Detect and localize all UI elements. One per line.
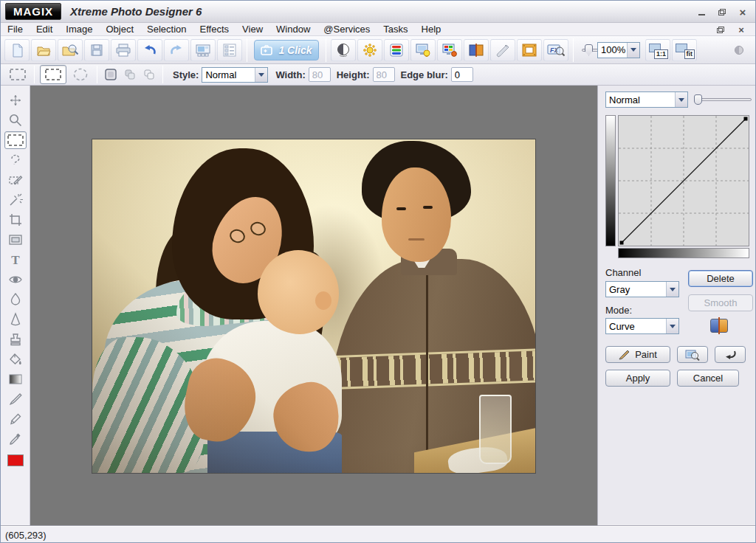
zoom-slider-thumb[interactable] bbox=[585, 44, 593, 56]
red-eye-tool-button[interactable] bbox=[4, 271, 27, 288]
curve-editor[interactable] bbox=[618, 115, 749, 246]
zoom-level-select[interactable]: 100% bbox=[597, 42, 640, 58]
opacity-slider-track bbox=[694, 98, 752, 101]
edge-blur-input[interactable] bbox=[451, 67, 473, 82]
menu-object[interactable]: Object bbox=[100, 24, 141, 35]
blur-tool-button[interactable] bbox=[4, 291, 27, 308]
input-gradient-bar bbox=[618, 248, 749, 258]
chevron-down-icon bbox=[666, 319, 678, 333]
new-selection-button[interactable] bbox=[103, 66, 119, 83]
fill-tool-button[interactable] bbox=[4, 350, 27, 368]
blend-mode-select[interactable]: Normal bbox=[605, 91, 688, 108]
magic-wand-tool-button[interactable] bbox=[4, 191, 27, 209]
document-restore-button[interactable] bbox=[714, 24, 727, 35]
menu-bar: File Edit Image Object Selection Effects… bbox=[1, 23, 755, 36]
subtract-selection-button[interactable] bbox=[141, 66, 157, 83]
selection-options-bar: Style: Normal Width: Height: Edge blur: bbox=[1, 64, 755, 86]
compare-preview-icon[interactable] bbox=[710, 319, 728, 333]
redo-button[interactable] bbox=[164, 39, 189, 61]
close-button[interactable]: × bbox=[736, 6, 749, 18]
effects-browser-button[interactable]: FX bbox=[543, 39, 568, 61]
main-toolbar: 1 Click FX bbox=[1, 36, 755, 64]
clone-stamp-tool-button[interactable] bbox=[4, 331, 27, 348]
selection-frame-button[interactable] bbox=[7, 66, 29, 83]
gradient-tool-button[interactable] bbox=[4, 370, 27, 388]
undo-arrow-icon bbox=[724, 350, 737, 360]
compare-view-button[interactable] bbox=[464, 39, 489, 61]
print-button[interactable] bbox=[111, 39, 136, 61]
channel-select[interactable]: Gray bbox=[605, 281, 679, 297]
sharpen-tool-button[interactable] bbox=[4, 311, 27, 328]
curve-point-low[interactable] bbox=[620, 241, 624, 245]
browse-button[interactable] bbox=[58, 39, 83, 61]
document-close-button[interactable]: × bbox=[735, 24, 748, 35]
frame-tool-button[interactable] bbox=[4, 231, 27, 249]
minimize-button[interactable] bbox=[695, 6, 708, 18]
restore-button[interactable] bbox=[715, 6, 729, 18]
edit-selection-tool-button[interactable] bbox=[4, 171, 27, 189]
zoom-tool-button[interactable] bbox=[4, 111, 27, 129]
auto-contrast-button[interactable] bbox=[331, 39, 356, 61]
paint-brush-icon bbox=[619, 350, 630, 360]
menu-image[interactable]: Image bbox=[59, 24, 99, 35]
auto-color-levels-button[interactable] bbox=[384, 39, 409, 61]
properties-list-button[interactable] bbox=[217, 39, 242, 61]
smooth-button[interactable]: Smooth bbox=[688, 294, 753, 311]
zoom-1to1-button[interactable]: 1:1 bbox=[645, 39, 670, 61]
height-input[interactable] bbox=[373, 67, 395, 82]
one-click-button[interactable]: 1 Click bbox=[254, 40, 319, 60]
paint-button[interactable]: Paint bbox=[605, 346, 670, 363]
screen-color-button[interactable] bbox=[437, 39, 462, 61]
menu-services[interactable]: @Services bbox=[317, 24, 377, 35]
add-selection-button[interactable] bbox=[122, 66, 138, 83]
undo-button[interactable] bbox=[137, 39, 162, 61]
connect-button[interactable] bbox=[726, 39, 752, 61]
delete-button[interactable]: Delete bbox=[688, 270, 753, 287]
menu-file[interactable]: File bbox=[1, 24, 30, 35]
curve-point-high[interactable] bbox=[744, 117, 748, 121]
menu-window[interactable]: Window bbox=[269, 24, 317, 35]
rectangle-selection-icon bbox=[45, 69, 61, 80]
move-tool-button[interactable] bbox=[4, 91, 27, 109]
menu-effects[interactable]: Effects bbox=[193, 24, 236, 35]
open-button[interactable] bbox=[31, 39, 56, 61]
opacity-slider-thumb[interactable] bbox=[694, 94, 702, 105]
eyedropper-tool-button[interactable] bbox=[4, 430, 27, 448]
text-tool-button[interactable]: T bbox=[4, 251, 27, 269]
output-gradient-bar bbox=[605, 115, 616, 246]
width-input[interactable] bbox=[309, 67, 331, 82]
preview-button[interactable] bbox=[677, 346, 708, 363]
pencil-tool-button[interactable] bbox=[4, 410, 27, 428]
photo-document[interactable] bbox=[92, 139, 535, 473]
frame-button[interactable] bbox=[517, 39, 542, 61]
mode-select[interactable]: Curve bbox=[605, 318, 679, 334]
blend-mode-value: Normal bbox=[606, 94, 675, 106]
menu-help[interactable]: Help bbox=[415, 24, 448, 35]
zoom-fit-button[interactable]: fit bbox=[672, 39, 697, 61]
retouch-brush-button[interactable] bbox=[490, 39, 515, 61]
reset-curve-button[interactable] bbox=[715, 346, 746, 363]
zoom-slider[interactable] bbox=[582, 44, 593, 56]
cancel-button[interactable]: Cancel bbox=[677, 370, 739, 387]
ellipse-selection-button[interactable] bbox=[69, 66, 92, 83]
image-canvas[interactable] bbox=[30, 86, 597, 526]
screen-gamma-button[interactable] bbox=[410, 39, 436, 61]
opacity-slider[interactable] bbox=[694, 94, 702, 105]
style-select[interactable]: Normal bbox=[202, 67, 268, 83]
menu-tasks[interactable]: Tasks bbox=[377, 24, 414, 35]
menu-edit[interactable]: Edit bbox=[30, 24, 59, 35]
menu-view[interactable]: View bbox=[236, 24, 269, 35]
lasso-tool-button[interactable] bbox=[4, 151, 27, 169]
apply-button[interactable]: Apply bbox=[605, 370, 670, 387]
rectangle-selection-button[interactable] bbox=[40, 65, 66, 84]
open-folder-icon bbox=[36, 43, 51, 58]
crop-tool-button[interactable] bbox=[4, 211, 27, 229]
brush-tool-button[interactable] bbox=[4, 390, 27, 408]
menu-selection[interactable]: Selection bbox=[140, 24, 193, 35]
image-window-button[interactable] bbox=[190, 39, 216, 61]
rectangle-select-tool-button[interactable] bbox=[4, 131, 27, 149]
foreground-color-swatch[interactable] bbox=[7, 454, 24, 466]
new-document-button[interactable] bbox=[4, 39, 30, 61]
save-button[interactable] bbox=[84, 39, 109, 61]
auto-brightness-button[interactable] bbox=[357, 39, 382, 61]
